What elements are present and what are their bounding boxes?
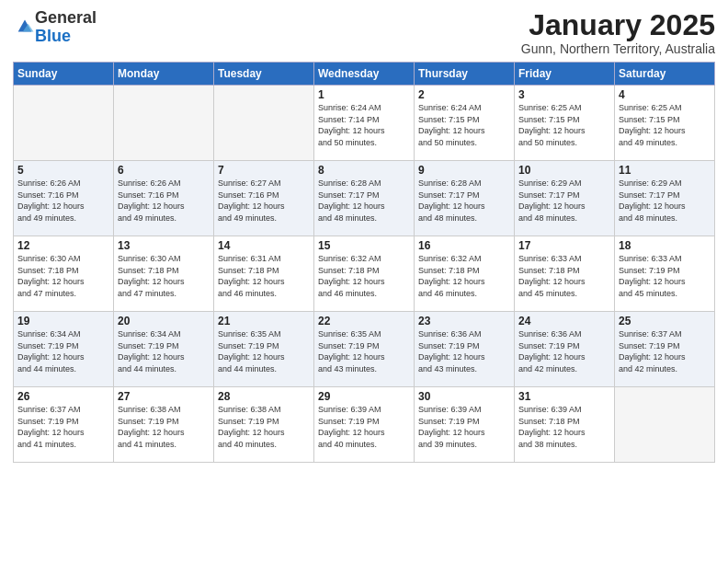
calendar-header-row: Sunday Monday Tuesday Wednesday Thursday… (14, 63, 715, 86)
day-number: 15 (318, 239, 410, 252)
table-row: 30Sunrise: 6:39 AM Sunset: 7:19 PM Dayli… (415, 387, 515, 463)
day-number: 31 (518, 390, 610, 403)
day-number: 4 (619, 88, 711, 101)
day-number: 2 (418, 88, 510, 101)
day-info: Sunrise: 6:27 AM Sunset: 7:16 PM Dayligh… (218, 178, 310, 224)
table-row: 5Sunrise: 6:26 AM Sunset: 7:16 PM Daylig… (14, 161, 114, 236)
table-row: 2Sunrise: 6:24 AM Sunset: 7:15 PM Daylig… (415, 86, 515, 161)
day-number: 23 (418, 315, 510, 327)
day-info: Sunrise: 6:33 AM Sunset: 7:19 PM Dayligh… (619, 253, 711, 299)
day-number: 5 (17, 164, 109, 177)
day-number: 10 (518, 164, 610, 177)
day-info: Sunrise: 6:25 AM Sunset: 7:15 PM Dayligh… (619, 102, 711, 148)
table-row: 23Sunrise: 6:36 AM Sunset: 7:19 PM Dayli… (415, 312, 515, 387)
table-row: 20Sunrise: 6:34 AM Sunset: 7:19 PM Dayli… (114, 312, 214, 387)
header: General Blue January 2025 Gunn, Northern… (13, 9, 715, 56)
table-row: 26Sunrise: 6:37 AM Sunset: 7:19 PM Dayli… (14, 387, 114, 463)
day-number: 1 (318, 88, 410, 101)
day-number: 20 (118, 315, 210, 327)
day-number: 11 (619, 164, 711, 177)
day-number: 21 (218, 315, 310, 327)
table-row: 18Sunrise: 6:33 AM Sunset: 7:19 PM Dayli… (615, 236, 715, 312)
day-info: Sunrise: 6:30 AM Sunset: 7:18 PM Dayligh… (17, 253, 109, 299)
location-title: Gunn, Northern Territory, Australia (521, 41, 715, 56)
table-row: 1Sunrise: 6:24 AM Sunset: 7:14 PM Daylig… (314, 86, 415, 161)
table-row (214, 86, 314, 161)
day-number: 7 (218, 164, 310, 177)
table-row: 27Sunrise: 6:38 AM Sunset: 7:19 PM Dayli… (114, 387, 214, 463)
day-info: Sunrise: 6:35 AM Sunset: 7:19 PM Dayligh… (218, 328, 310, 374)
table-row: 25Sunrise: 6:37 AM Sunset: 7:19 PM Dayli… (615, 312, 715, 387)
table-row: 8Sunrise: 6:28 AM Sunset: 7:17 PM Daylig… (314, 161, 415, 236)
table-row: 22Sunrise: 6:35 AM Sunset: 7:19 PM Dayli… (314, 312, 415, 387)
day-info: Sunrise: 6:31 AM Sunset: 7:18 PM Dayligh… (218, 253, 310, 299)
day-info: Sunrise: 6:34 AM Sunset: 7:19 PM Dayligh… (17, 328, 109, 374)
page: General Blue January 2025 Gunn, Northern… (0, 0, 728, 563)
header-tuesday: Tuesday (214, 63, 314, 86)
day-info: Sunrise: 6:36 AM Sunset: 7:19 PM Dayligh… (518, 328, 610, 374)
table-row: 16Sunrise: 6:32 AM Sunset: 7:18 PM Dayli… (415, 236, 515, 312)
day-info: Sunrise: 6:24 AM Sunset: 7:15 PM Dayligh… (418, 102, 510, 148)
table-row: 29Sunrise: 6:39 AM Sunset: 7:19 PM Dayli… (314, 387, 415, 463)
day-info: Sunrise: 6:28 AM Sunset: 7:17 PM Dayligh… (418, 178, 510, 224)
title-block: January 2025 Gunn, Northern Territory, A… (521, 9, 715, 56)
day-number: 19 (17, 315, 109, 327)
header-thursday: Thursday (415, 63, 515, 86)
table-row: 14Sunrise: 6:31 AM Sunset: 7:18 PM Dayli… (214, 236, 314, 312)
logo-text: General Blue (35, 9, 97, 46)
header-monday: Monday (114, 63, 214, 86)
day-info: Sunrise: 6:29 AM Sunset: 7:17 PM Dayligh… (518, 178, 610, 224)
header-friday: Friday (515, 63, 615, 86)
table-row: 24Sunrise: 6:36 AM Sunset: 7:19 PM Dayli… (515, 312, 615, 387)
day-info: Sunrise: 6:38 AM Sunset: 7:19 PM Dayligh… (218, 404, 310, 450)
day-number: 9 (418, 164, 510, 177)
calendar-week-row: 19Sunrise: 6:34 AM Sunset: 7:19 PM Dayli… (14, 312, 715, 387)
day-number: 14 (218, 239, 310, 252)
calendar-week-row: 12Sunrise: 6:30 AM Sunset: 7:18 PM Dayli… (14, 236, 715, 312)
calendar-table: Sunday Monday Tuesday Wednesday Thursday… (13, 62, 715, 463)
day-number: 30 (418, 390, 510, 403)
table-row: 17Sunrise: 6:33 AM Sunset: 7:18 PM Dayli… (515, 236, 615, 312)
day-info: Sunrise: 6:33 AM Sunset: 7:18 PM Dayligh… (518, 253, 610, 299)
day-info: Sunrise: 6:28 AM Sunset: 7:17 PM Dayligh… (318, 178, 410, 224)
calendar-week-row: 26Sunrise: 6:37 AM Sunset: 7:19 PM Dayli… (14, 387, 715, 463)
table-row: 13Sunrise: 6:30 AM Sunset: 7:18 PM Dayli… (114, 236, 214, 312)
day-info: Sunrise: 6:37 AM Sunset: 7:19 PM Dayligh… (17, 404, 109, 450)
logo: General Blue (13, 9, 97, 46)
header-wednesday: Wednesday (314, 63, 415, 86)
day-number: 18 (619, 239, 711, 252)
table-row (615, 387, 715, 463)
table-row (114, 86, 214, 161)
table-row: 31Sunrise: 6:39 AM Sunset: 7:18 PM Dayli… (515, 387, 615, 463)
table-row: 7Sunrise: 6:27 AM Sunset: 7:16 PM Daylig… (214, 161, 314, 236)
table-row: 15Sunrise: 6:32 AM Sunset: 7:18 PM Dayli… (314, 236, 415, 312)
day-number: 13 (118, 239, 210, 252)
table-row: 21Sunrise: 6:35 AM Sunset: 7:19 PM Dayli… (214, 312, 314, 387)
day-info: Sunrise: 6:25 AM Sunset: 7:15 PM Dayligh… (518, 102, 610, 148)
day-number: 17 (518, 239, 610, 252)
calendar-week-row: 5Sunrise: 6:26 AM Sunset: 7:16 PM Daylig… (14, 161, 715, 236)
day-info: Sunrise: 6:30 AM Sunset: 7:18 PM Dayligh… (118, 253, 210, 299)
day-info: Sunrise: 6:32 AM Sunset: 7:18 PM Dayligh… (418, 253, 510, 299)
day-number: 12 (17, 239, 109, 252)
day-number: 28 (218, 390, 310, 403)
day-number: 3 (518, 88, 610, 101)
table-row: 19Sunrise: 6:34 AM Sunset: 7:19 PM Dayli… (14, 312, 114, 387)
day-number: 25 (619, 315, 711, 327)
header-saturday: Saturday (615, 63, 715, 86)
day-info: Sunrise: 6:24 AM Sunset: 7:14 PM Dayligh… (318, 102, 410, 148)
day-info: Sunrise: 6:35 AM Sunset: 7:19 PM Dayligh… (318, 328, 410, 374)
day-info: Sunrise: 6:32 AM Sunset: 7:18 PM Dayligh… (318, 253, 410, 299)
calendar-week-row: 1Sunrise: 6:24 AM Sunset: 7:14 PM Daylig… (14, 86, 715, 161)
day-info: Sunrise: 6:39 AM Sunset: 7:18 PM Dayligh… (518, 404, 610, 450)
day-info: Sunrise: 6:39 AM Sunset: 7:19 PM Dayligh… (318, 404, 410, 450)
day-number: 26 (17, 390, 109, 403)
logo-blue: Blue (35, 27, 71, 45)
day-info: Sunrise: 6:34 AM Sunset: 7:19 PM Dayligh… (118, 328, 210, 374)
day-number: 16 (418, 239, 510, 252)
table-row: 6Sunrise: 6:26 AM Sunset: 7:16 PM Daylig… (114, 161, 214, 236)
day-info: Sunrise: 6:29 AM Sunset: 7:17 PM Dayligh… (619, 178, 711, 224)
table-row: 11Sunrise: 6:29 AM Sunset: 7:17 PM Dayli… (615, 161, 715, 236)
table-row: 12Sunrise: 6:30 AM Sunset: 7:18 PM Dayli… (14, 236, 114, 312)
day-number: 27 (118, 390, 210, 403)
